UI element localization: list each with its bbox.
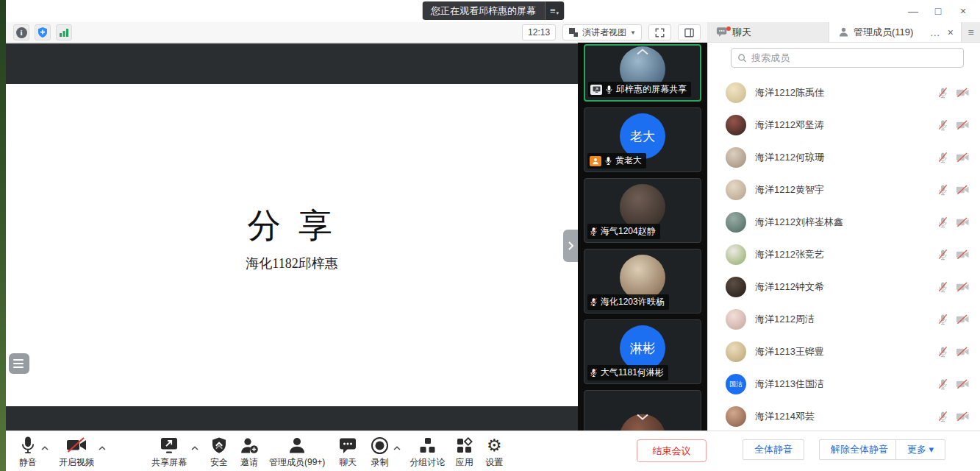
tile-label: 海化1203许昳杨 [587,294,669,310]
mic-button[interactable]: 静音 [19,436,37,469]
panel-close-icon[interactable]: × [948,26,954,38]
side-panel-toggle-icon[interactable] [678,24,701,40]
expand-caret-icon[interactable] [41,440,49,453]
mic-muted-icon[interactable] [937,314,948,325]
camera-muted-icon[interactable] [956,282,970,292]
collapse-strip-chevron-icon[interactable] [563,230,578,262]
participants-button[interactable]: 管理成员(99+) [269,436,325,469]
fullscreen-button[interactable] [648,24,671,40]
network-signal-icon[interactable] [56,24,72,40]
scroll-up-icon[interactable] [634,48,651,56]
mic-muted-icon[interactable] [937,249,948,261]
share-screen-button[interactable]: 共享屏幕 [151,436,187,469]
camera-muted-icon[interactable] [956,249,970,260]
camera-off-button[interactable]: 开启视频 [59,436,94,469]
camera-muted-icon[interactable] [956,347,970,357]
camera-muted-icon[interactable] [956,88,970,98]
member-search-box[interactable] [731,48,964,68]
mic-icon [19,436,37,455]
chat-icon [338,436,357,455]
chat-button[interactable]: 聊天 [338,436,357,469]
camera-muted-icon[interactable] [956,120,970,130]
maximize-button[interactable]: □ [926,0,951,22]
members-tab-icon [838,26,849,38]
mic-muted-icon[interactable] [937,346,948,358]
video-tile[interactable]: 淋彬 大气1181何淋彬 [584,319,701,384]
participant-name: 黄老大 [615,155,642,167]
screen-share-icon [590,85,602,95]
member-row[interactable]: 海洋1212张竞艺 [708,238,980,271]
unmute-all-button[interactable]: 解除全体静音 [819,439,900,460]
mic-muted-icon[interactable] [937,87,948,99]
settings-button[interactable]: ⚙ 设置 [485,436,503,469]
view-mode-button[interactable]: 演讲者视图▼ [562,24,642,40]
mic-muted-icon[interactable] [937,411,948,422]
panel-more-icon[interactable]: … [930,26,940,38]
slide-title: 分 享 [6,203,578,249]
member-avatar [726,277,746,297]
slide-letterbox-bottom [6,406,578,431]
video-tile[interactable] [584,390,701,431]
toolbar-item-label: 录制 [371,456,389,469]
breakout-button[interactable]: 分组讨论 [409,436,445,469]
invite-button[interactable]: 邀请 [240,436,259,469]
camera-muted-icon[interactable] [956,314,970,325]
member-row[interactable]: 海洋1212陈禹佳 [708,77,980,109]
member-avatar [726,341,746,362]
minimize-button[interactable]: — [901,0,926,22]
mic-muted-icon[interactable] [937,184,948,196]
video-tile[interactable]: 邱梓惠的屏幕共享 [584,44,701,102]
member-name: 海洋1212陈禹佳 [755,86,937,99]
member-row[interactable]: 海洋1212何琼珊 [708,141,980,174]
video-tile[interactable]: 海化1203许昳杨 [584,249,701,314]
participant-avatar: 淋彬 [620,325,665,371]
member-row[interactable]: 国洁 海洋1213住国洁 [708,368,980,400]
mute-all-button[interactable]: 全体静音 [743,439,804,460]
slide-subtitle: 海化1182邱梓惠 [6,255,578,272]
mic-muted-icon[interactable] [937,152,948,163]
tab-members[interactable]: 管理成员(119) [829,22,930,42]
expand-caret-icon[interactable] [393,440,401,453]
encryption-shield-icon[interactable] [35,24,51,40]
camera-muted-icon[interactable] [956,411,970,422]
camera-muted-icon[interactable] [956,185,970,195]
tab-chat[interactable]: 聊天 [707,22,829,42]
toolbar-item-label: 管理成员(99+) [269,456,325,469]
member-search-input[interactable] [751,52,957,63]
member-row[interactable]: 海洋1212周洁 [708,303,980,336]
toolbar-item-label: 开启视频 [59,456,94,469]
slide-outline-icon[interactable] [9,353,29,374]
apps-button[interactable]: 应用 [455,436,473,469]
meeting-info-icon[interactable]: i [13,24,29,40]
title-menu-icon[interactable]: ≡▾ [545,1,564,20]
camera-muted-icon[interactable] [956,379,970,389]
member-row[interactable]: 海洋1213王铧豊 [708,336,980,368]
record-button[interactable]: 录制 [371,436,389,469]
tile-mic-icon [590,297,598,307]
expand-caret-icon[interactable] [191,440,198,453]
member-list: 海洋1212陈禹佳 海洋1212邓坚涛 海洋1212何琼珊 海洋1212黄智宇 [708,77,980,431]
meeting-window: 您正在观看邱梓惠的屏幕 ≡▾ — □ × i 12:13 演讲者视图▼ [6,0,980,471]
member-row[interactable]: 海洋1212邓坚涛 [708,109,980,141]
panel-menu-icon[interactable]: ≡ [961,22,980,42]
close-button[interactable]: × [951,0,976,22]
more-button[interactable]: 更多 ▾ [895,439,945,460]
expand-caret-icon[interactable] [99,440,106,453]
video-tile[interactable]: 老大 黄老大 [584,107,701,172]
member-row[interactable]: 海洋1212钟文希 [708,271,980,303]
mic-muted-icon[interactable] [937,216,948,228]
member-row[interactable]: 海洋1212黄智宇 [708,174,980,206]
camera-muted-icon[interactable] [956,217,970,227]
video-tile[interactable]: 海气1204赵静 [584,178,701,243]
member-avatar [726,147,746,168]
mic-muted-icon[interactable] [937,281,948,293]
scroll-down-icon[interactable] [634,413,651,421]
mic-muted-icon[interactable] [937,378,948,390]
member-row[interactable]: 海洋1214邓芸 [708,400,980,431]
security-button[interactable]: 安全 [210,436,228,469]
mic-muted-icon[interactable] [937,119,948,131]
end-meeting-button[interactable]: 结束会议 [637,439,707,462]
member-row[interactable]: 海洋1212刘梓崟林鑫 [708,206,980,238]
toolbar-item-label: 分组讨论 [409,456,445,469]
camera-muted-icon[interactable] [956,152,970,163]
